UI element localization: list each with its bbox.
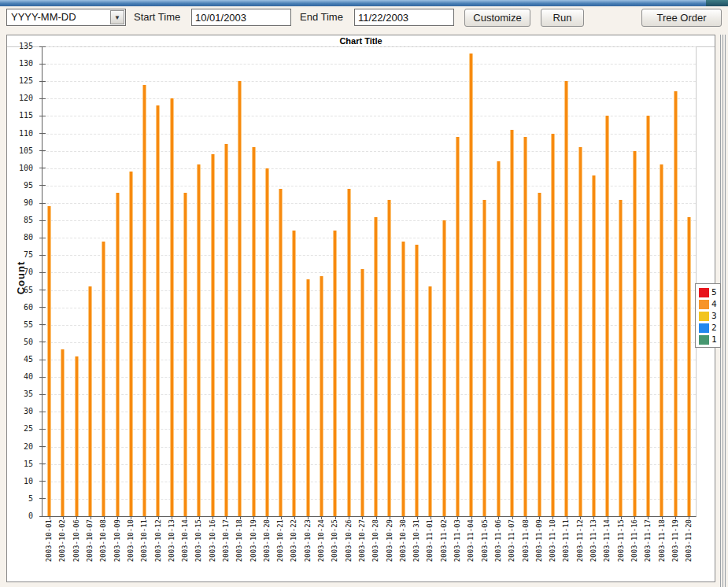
- legend-item: 3: [699, 310, 717, 322]
- y-axis-tick: [39, 446, 46, 447]
- gridline: [42, 272, 696, 273]
- bar: [619, 200, 623, 516]
- x-axis-tick-label: 2003-10-31: [413, 519, 420, 562]
- x-axis-tick-label: 2003-11-06: [495, 519, 502, 562]
- bar: [442, 220, 446, 516]
- gridline: [42, 447, 696, 448]
- y-axis-tick-label: 5: [28, 495, 33, 503]
- date-format-select[interactable]: YYYY-MM-DD ▼: [6, 9, 126, 26]
- y-axis-tick: [39, 150, 46, 151]
- tree-order-button[interactable]: Tree Order: [641, 9, 722, 27]
- y-axis-tick: [39, 394, 46, 395]
- x-axis-tick-label: 2003-10-08: [100, 519, 107, 562]
- x-axis-tick-label: 2003-11-07: [508, 519, 516, 562]
- bar: [129, 172, 133, 516]
- run-button[interactable]: Run: [541, 9, 584, 27]
- y-axis-tick-label: 115: [19, 112, 33, 120]
- bar: [224, 144, 228, 516]
- y-axis-tick-labels: 0510152025303540455055606570758085909510…: [7, 46, 39, 516]
- chart-panel: Chart Title Count 0510152025303540455055…: [6, 35, 715, 582]
- y-axis-tick-label: 130: [19, 60, 33, 68]
- chevron-down-icon[interactable]: ▼: [110, 10, 124, 24]
- bar: [183, 193, 187, 516]
- gridline: [42, 151, 696, 152]
- bar: [75, 356, 79, 516]
- chart-title: Chart Title: [7, 36, 715, 46]
- x-axis-tick-label: 2003-11-08: [523, 519, 530, 562]
- customize-button[interactable]: Customize: [464, 9, 530, 27]
- y-axis-tick-label: 40: [24, 373, 33, 381]
- start-time-input[interactable]: [191, 9, 291, 26]
- x-axis-tick-label: 2003-10-27: [359, 519, 366, 562]
- bar: [523, 137, 527, 516]
- legend-label: 1: [711, 334, 717, 345]
- x-axis-tick-label: 2003-10-20: [264, 519, 271, 562]
- x-axis-tick-label: 2003-11-10: [549, 519, 556, 562]
- end-time-input[interactable]: [354, 9, 454, 26]
- x-axis-tick-label: 2003-11-13: [590, 519, 597, 562]
- gridline: [42, 98, 696, 99]
- bar: [497, 161, 501, 516]
- gridline: [42, 325, 696, 326]
- x-axis-tick-label: 2003-11-15: [618, 519, 625, 562]
- gridline: [42, 238, 696, 238]
- bar: [47, 206, 51, 516]
- gridline: [42, 64, 696, 65]
- gridline: [42, 255, 696, 256]
- legend-swatch: [699, 288, 709, 297]
- bar: [142, 85, 146, 516]
- gridline: [42, 429, 696, 430]
- y-axis-tick: [39, 498, 46, 499]
- x-axis-tick-label: 2003-11-05: [482, 519, 489, 562]
- x-axis-tick-label: 2003-11-12: [577, 519, 584, 562]
- legend-label: 3: [711, 311, 717, 321]
- bar: [347, 189, 351, 516]
- gridline: [42, 360, 696, 360]
- bar: [170, 98, 174, 516]
- bar: [279, 189, 283, 516]
- x-axis-tick-label: 2003-10-29: [386, 519, 394, 562]
- legend-item: 4: [699, 298, 717, 310]
- y-axis-tick: [39, 429, 46, 430]
- y-axis-tick: [39, 255, 46, 256]
- bar: [456, 137, 460, 516]
- y-axis-tick: [39, 516, 46, 517]
- gridline: [42, 394, 696, 395]
- bar: [211, 154, 215, 516]
- bar: [238, 81, 242, 516]
- bar: [265, 168, 269, 516]
- y-axis-tick-label: 125: [19, 77, 33, 85]
- chart-legend: 54321: [695, 283, 721, 348]
- gridline: [42, 377, 696, 378]
- gridline: [42, 220, 696, 221]
- y-axis-tick-label: 110: [19, 130, 33, 138]
- y-axis-tick: [39, 307, 46, 308]
- gridline: [42, 203, 696, 204]
- y-axis-tick: [39, 272, 46, 273]
- x-axis-tick-label: 2003-11-16: [631, 519, 638, 562]
- y-axis-tick: [39, 238, 46, 238]
- x-axis-tick-label: 2003-10-16: [209, 519, 216, 562]
- x-axis-tick-label: 2003-10-24: [318, 519, 325, 562]
- x-axis-tick-label: 2003-11-14: [604, 519, 611, 562]
- legend-item: 2: [699, 322, 717, 334]
- y-axis-tick-label: 80: [24, 234, 33, 242]
- bar: [197, 164, 201, 516]
- gridline: [42, 81, 696, 82]
- bar: [510, 130, 514, 516]
- bar: [156, 105, 160, 516]
- y-axis-tick: [39, 46, 46, 47]
- y-axis-tick-label: 75: [24, 251, 33, 259]
- y-axis-tick-label: 30: [24, 408, 33, 415]
- x-axis-tick-label: 2003-10-07: [87, 519, 94, 562]
- x-axis-tick-label: 2003-10-23: [305, 519, 312, 562]
- x-axis-tick-label: 2003-11-18: [659, 519, 666, 562]
- y-axis-tick-label: 85: [24, 216, 33, 224]
- x-axis-tick-label: 2003-10-14: [182, 519, 189, 562]
- gridline: [42, 168, 696, 169]
- y-axis-tick-label: 20: [24, 443, 33, 451]
- bar: [551, 134, 555, 516]
- gridline: [42, 482, 696, 482]
- y-axis-tick: [39, 98, 46, 99]
- y-axis-tick-label: 90: [24, 199, 33, 207]
